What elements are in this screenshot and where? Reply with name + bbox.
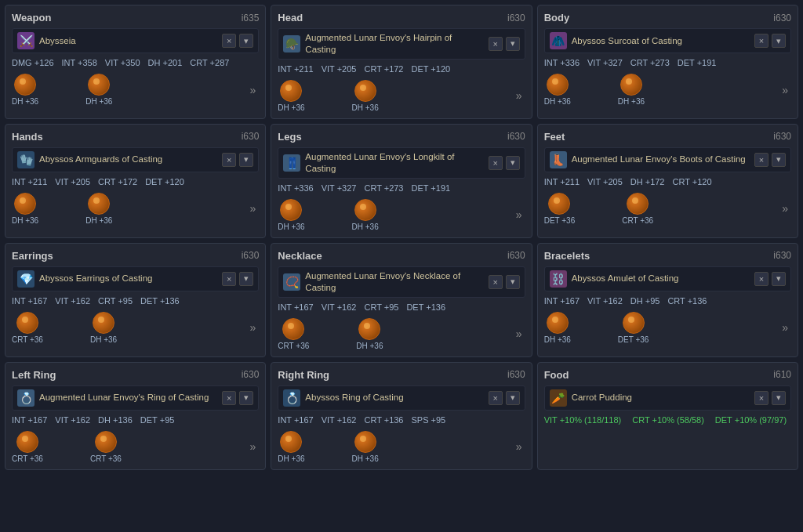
materia-slot-right-ring-0[interactable]: DH +36 [278,431,304,463]
materia-orb-head-1 [354,80,376,102]
item-icon-body: 🧥 [550,32,567,49]
dropdown-item-btn-body[interactable]: ▾ [772,34,786,48]
item-name-weapon: Abysseia [39,35,217,47]
item-row-earrings: 💎Abyssos Earrings of Casting×▾ [12,266,259,291]
stat-head-1: VIT +205 [322,64,357,74]
materia-slot-left-ring-0[interactable]: CRT +36 [12,431,43,463]
item-name-hands: Abyssos Armguards of Casting [39,154,217,165]
remove-item-btn-right-ring[interactable]: × [489,391,503,405]
slot-card-earrings: Earringsi630💎Abyssos Earrings of Casting… [5,243,266,357]
remove-item-btn-necklace[interactable]: × [489,275,503,289]
dropdown-item-btn-hands[interactable]: ▾ [239,153,253,167]
materia-label-earrings-0: CRT +36 [12,335,43,344]
materia-slot-feet-1[interactable]: CRT +36 [622,193,653,225]
materia-slot-legs-0[interactable]: DH +36 [278,199,304,231]
materia-expand-head[interactable]: » [513,88,525,103]
materia-expand-feet[interactable]: » [779,201,791,216]
slot-header-feet: Feeti630 [544,131,791,143]
remove-item-btn-head[interactable]: × [489,37,503,51]
item-controls-left-ring: ×▾ [222,391,253,405]
materia-slot-earrings-1[interactable]: DH +36 [90,312,117,344]
remove-item-btn-body[interactable]: × [754,34,768,48]
materia-expand-weapon[interactable]: » [247,82,260,98]
dropdown-item-btn-necklace[interactable]: ▾ [506,275,520,289]
slot-header-food: Foodi610 [544,369,791,381]
remove-item-btn-feet[interactable]: × [754,153,768,167]
item-icon-weapon: ⚔️ [17,32,35,49]
materia-orb-right-ring-1 [354,431,376,453]
stat-legs-2: CRT +273 [364,183,403,193]
remove-item-btn-earrings[interactable]: × [222,272,236,286]
dropdown-item-btn-legs[interactable]: ▾ [506,156,520,170]
stat-earrings-3: DET +136 [140,296,180,306]
stat-earrings-2: CRT +95 [98,296,133,306]
materia-expand-body[interactable]: » [779,82,791,98]
materia-orb-hands-1 [88,193,110,215]
dropdown-item-btn-earrings[interactable]: ▾ [239,272,253,286]
slot-header-earrings: Earringsi630 [12,250,259,262]
slot-ilvl-right-ring: i630 [507,369,525,380]
stat-necklace-0: INT +167 [278,302,313,312]
materia-expand-earrings[interactable]: » [247,320,260,335]
stat-left-ring-3: DET +95 [140,415,175,425]
materia-slot-hands-1[interactable]: DH +36 [85,193,112,225]
materia-expand-necklace[interactable]: » [513,326,525,342]
item-icon-necklace: 📿 [283,273,300,291]
materia-slot-necklace-1[interactable]: DH +36 [356,318,383,350]
materia-slot-head-0[interactable]: DH +36 [278,80,304,112]
stats-row-left-ring: INT +167VIT +162DH +136DET +95 [12,415,259,425]
item-controls-feet: ×▾ [754,153,786,167]
materia-slot-necklace-0[interactable]: CRT +36 [278,318,309,350]
materia-expand-right-ring[interactable]: » [513,439,525,454]
dropdown-item-btn-weapon[interactable]: ▾ [239,34,253,48]
dropdown-item-btn-head[interactable]: ▾ [506,37,520,51]
materia-slot-legs-1[interactable]: DH +36 [352,199,379,231]
materia-slot-head-1[interactable]: DH +36 [352,80,379,112]
slot-title-right-ring: Right Ring [278,369,329,381]
remove-item-btn-legs[interactable]: × [489,156,503,170]
remove-item-btn-weapon[interactable]: × [222,34,236,48]
stat-right-ring-1: VIT +162 [322,415,357,425]
materia-slot-earrings-0[interactable]: CRT +36 [12,312,43,344]
slot-ilvl-food: i610 [773,369,791,380]
materia-slot-weapon-0[interactable]: DH +36 [12,74,38,106]
remove-item-btn-bracelets[interactable]: × [754,272,768,286]
item-name-legs: Augmented Lunar Envoy's Longkilt of Cast… [305,151,483,175]
item-row-left-ring: 💍Augmented Lunar Envoy's Ring of Casting… [12,385,259,411]
materia-slot-body-0[interactable]: DH +36 [544,74,571,106]
dropdown-item-btn-bracelets[interactable]: ▾ [772,272,786,286]
item-icon-earrings: 💎 [17,270,35,288]
slot-title-feet: Feet [544,131,565,143]
materia-slot-body-1[interactable]: DH +36 [618,74,645,106]
materia-orb-left-ring-1 [95,431,117,453]
materia-slot-feet-0[interactable]: DET +36 [544,193,576,225]
stat-body-1: VIT +327 [587,58,623,67]
materia-slot-left-ring-1[interactable]: CRT +36 [90,431,122,463]
materia-expand-hands[interactable]: » [247,201,260,216]
materia-row-left-ring: CRT +36CRT +36» [12,431,259,463]
remove-item-btn-food[interactable]: × [754,391,768,405]
materia-expand-legs[interactable]: » [513,207,525,223]
stat-earrings-0: INT +167 [12,296,47,306]
remove-item-btn-left-ring[interactable]: × [222,391,236,405]
item-icon-hands: 🧤 [17,151,35,168]
slot-title-weapon: Weapon [12,12,51,24]
remove-item-btn-hands[interactable]: × [222,153,236,167]
slot-card-weapon: Weaponi635⚔️Abysseia×▾DMG +126INT +358VI… [5,5,266,119]
dropdown-item-btn-left-ring[interactable]: ▾ [239,391,253,405]
materia-slot-bracelets-1[interactable]: DET +36 [618,312,649,344]
materia-slot-right-ring-1[interactable]: DH +36 [352,431,379,463]
slot-ilvl-earrings: i630 [242,250,260,261]
materia-row-weapon: DH +36DH +36» [12,74,259,106]
stats-row-weapon: DMG +126INT +358VIT +350DH +201CRT +287 [12,58,259,67]
materia-slot-bracelets-0[interactable]: DH +36 [544,312,571,344]
materia-expand-bracelets[interactable]: » [779,320,791,335]
materia-expand-left-ring[interactable]: » [247,439,260,454]
dropdown-item-btn-food[interactable]: ▾ [772,391,786,405]
stat-head-0: INT +211 [278,64,313,74]
dropdown-item-btn-feet[interactable]: ▾ [772,153,786,167]
materia-slot-hands-0[interactable]: DH +36 [12,193,38,225]
materia-slot-weapon-1[interactable]: DH +36 [85,74,112,106]
stat-body-3: DET +191 [678,58,717,67]
dropdown-item-btn-right-ring[interactable]: ▾ [506,391,520,405]
